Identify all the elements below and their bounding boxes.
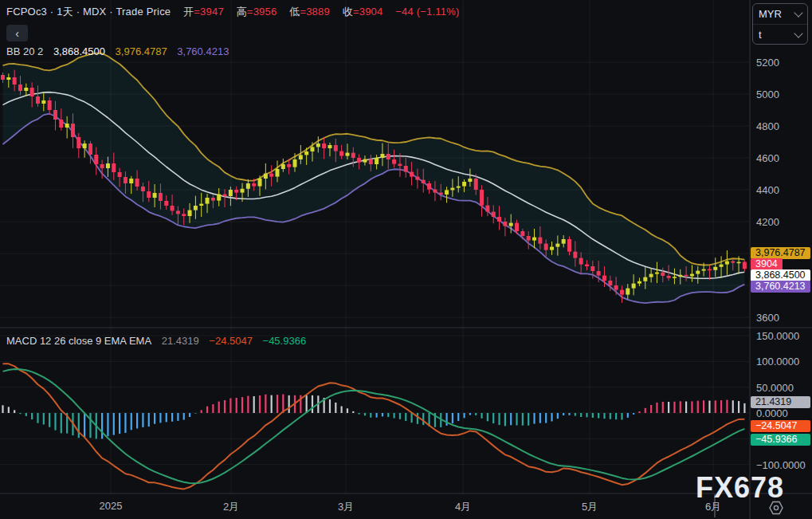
high-value: 高=3956 [237,6,277,18]
price-tick-label: 4200 [756,216,779,228]
time-axis-label: 5月 [582,500,598,514]
price-tick-label: 4600 [756,152,779,164]
bb-basis-value: 3,868.4500 [53,45,105,57]
bb-indicator-legend: BB 20 2 3,868.4500 3,976.4787 3,760.4213 [6,45,236,57]
macd-badge: 21.4319 [751,396,810,408]
watermark: FX678 [696,471,784,505]
close-value: 收=3904 [343,6,383,18]
low-value: 低=3889 [289,6,330,18]
price-tick-label: 3600 [756,312,779,324]
price-badge: 3,760.4213 [751,281,810,293]
macd-histogram-value: 21.4319 [162,335,199,347]
price-tick-label: 5000 [756,88,779,100]
time-axis-label: 2025 [100,500,123,512]
price-badge: 3,976.4787 [751,247,810,259]
price-tick-label: 5200 [756,57,779,69]
macd-tick-label: 50.0000 [756,382,794,394]
macd-tick-label: 0.0000 [756,407,788,419]
macd-tick-label: 100.0000 [756,356,799,368]
bb-title: BB 20 2 [6,45,43,57]
macd-badge: −24.5047 [751,420,810,432]
trading-chart-window: FCPOc3 · 1天 · MDX · Trade Price 开=3947 高… [0,0,812,519]
macd-signal-value: −45.9366 [263,335,307,347]
time-axis-label: 3月 [338,500,354,514]
time-axis[interactable]: 20252月3月4月5月6月 [0,493,812,519]
macd-indicator-legend: MACD 12 26 close 9 EMA EMA 21.4319 −24.5… [6,335,313,347]
price-tick-label: 4800 [756,120,779,132]
macd-tick-label: −100.0000 [756,459,806,471]
chart-canvas[interactable] [0,0,812,519]
time-axis-label: 2月 [223,500,239,514]
time-axis-label: 4月 [455,500,471,514]
back-button[interactable]: ‹ [6,25,28,41]
macd-tick-label: 150.0000 [756,330,799,342]
macd-line-value: −24.5047 [209,335,253,347]
price-badge: 3,868.4500 [751,269,810,281]
macd-title: MACD 12 26 close 9 EMA EMA [6,335,151,347]
change-value: −44 (−1.11%) [395,6,459,18]
price-badge: 3904 [751,258,783,270]
macd-badge: −45.9366 [751,434,810,446]
axis-settings-icon[interactable] [768,501,784,515]
symbol-header: FCPOc3 · 1天 · MDX · Trade Price 开=3947 高… [6,5,459,19]
open-value: 开=3947 [183,6,224,18]
chevron-left-icon: ‹ [15,27,19,40]
symbol-title: FCPOc3 · 1天 · MDX · Trade Price [6,6,171,18]
bb-lower-value: 3,760.4213 [177,45,229,57]
price-tick-label: 4400 [756,184,779,196]
bb-upper-value: 3,976.4787 [116,45,167,57]
macd-pane[interactable] [3,364,745,489]
price-axis[interactable]: 52005000480046004400420036003,976.478739… [750,0,812,493]
